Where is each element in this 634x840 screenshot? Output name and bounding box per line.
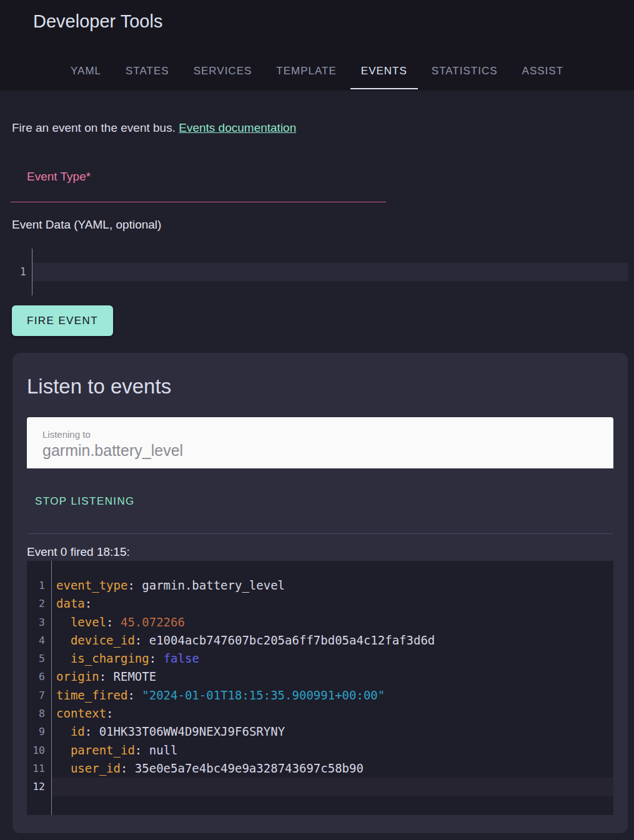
listening-to-input[interactable]: Listening to garmin.battery_level	[27, 417, 613, 468]
tab-label: ASSIST	[522, 65, 563, 77]
token-plain: : e1004acb747607bc205a6ff7bd05a4c12faf3d…	[135, 633, 435, 647]
tab-label: SERVICES	[194, 65, 252, 77]
event-data-label: Event Data (YAML, optional)	[12, 218, 634, 232]
tab-label: YAML	[71, 65, 101, 77]
event-data-yaml-editor[interactable]: 1	[12, 249, 628, 295]
code-line-number: 12	[27, 778, 51, 796]
page-title: Developer Tools	[0, 0, 634, 32]
code-line: 2 data:	[27, 595, 613, 613]
token-key: level	[71, 615, 106, 629]
token-plain: : 35e0e5a7e4bc49e9a328743697c58b90	[121, 761, 364, 775]
tab-label: TEMPLATE	[276, 65, 336, 77]
code-line-number: 2	[27, 595, 51, 613]
card-divider	[27, 533, 613, 534]
code-line: 11 user_id: 35e0e5a7e4bc49e9a328743697c5…	[27, 759, 613, 778]
token-key: user_id	[71, 761, 121, 775]
token-plain: : 01HK33T06WW4D9NEXJ9F6SRYNY	[85, 724, 285, 738]
token-key: is_charging	[71, 651, 149, 665]
token-plain: : garmin.battery_level	[127, 578, 285, 592]
token-key: data	[56, 596, 85, 610]
tab-assist[interactable]: ASSIST	[512, 54, 574, 89]
token-key: id	[71, 724, 85, 738]
code-line-content: parent_id: null	[51, 741, 613, 759]
tab-label: STATISTICS	[432, 65, 498, 77]
token-key: origin	[56, 670, 99, 683]
event-type-label: Event Type*	[27, 170, 91, 184]
code-line-content: device_id: e1004acb747607bc205a6ff7bd05a…	[51, 631, 613, 650]
token-key: context	[56, 706, 106, 720]
tab-statistics[interactable]: STATISTICS	[421, 54, 508, 89]
tab-template[interactable]: TEMPLATE	[265, 54, 347, 89]
code-line-number: 8	[27, 704, 51, 723]
events-documentation-link[interactable]: Events documentation	[179, 121, 296, 134]
tab-bar: YAMLSTATESSERVICESTEMPLATEEVENTSSTATISTI…	[0, 54, 634, 89]
token-plain: : REMOTE	[99, 670, 157, 683]
token-plain	[56, 761, 71, 775]
token-plain	[56, 724, 71, 738]
token-plain	[56, 615, 71, 629]
code-line-number: 6	[27, 668, 51, 686]
token-string: "2024-01-01T18:15:35.900991+00:00"	[142, 688, 385, 702]
token-plain: :	[85, 596, 92, 610]
event-type-input[interactable]: Event Type*	[11, 156, 386, 202]
code-line: 12	[27, 778, 613, 796]
code-line-number: 4	[27, 631, 51, 650]
code-line-content: time_fired: "2024-01-01T18:15:35.900991+…	[51, 686, 613, 704]
code-line-content: id: 01HK33T06WW4D9NEXJ9F6SRYNY	[51, 723, 613, 741]
code-line-content	[51, 778, 613, 796]
tab-events[interactable]: EVENTS	[350, 54, 418, 89]
token-plain: :	[106, 706, 113, 720]
fire-event-button[interactable]: FIRE EVENT	[12, 305, 113, 336]
tab-label: EVENTS	[361, 65, 407, 77]
code-line: 3 level: 45.072266	[27, 613, 613, 631]
token-plain: :	[127, 688, 142, 702]
token-plain: :	[106, 615, 121, 629]
event-yaml-output[interactable]: 1 event_type: garmin.battery_level 2 dat…	[27, 561, 613, 815]
tab-states[interactable]: STATES	[115, 54, 180, 89]
code-line-number: 9	[27, 723, 51, 741]
code-line-content: context:	[51, 704, 613, 723]
token-null: null	[149, 743, 178, 757]
intro-text: Fire an event on the event bus. Events d…	[0, 91, 634, 135]
tab-yaml[interactable]: YAML	[60, 54, 112, 89]
code-line-content: user_id: 35e0e5a7e4bc49e9a328743697c58b9…	[51, 759, 613, 778]
token-bool: false	[164, 651, 199, 665]
event-fired-header: Event 0 fired 18:15:	[27, 545, 613, 559]
code-line: 7 time_fired: "2024-01-01T18:15:35.90099…	[27, 686, 613, 704]
editor-line-number: 1	[12, 263, 32, 281]
code-line: 10 parent_id: null	[27, 741, 613, 759]
code-line: 5 is_charging: false	[27, 650, 613, 668]
token-plain: :	[135, 743, 149, 757]
token-plain	[56, 743, 71, 757]
token-key: parent_id	[71, 743, 135, 757]
token-plain	[56, 651, 71, 665]
code-line: 9 id: 01HK33T06WW4D9NEXJ9F6SRYNY	[27, 723, 613, 741]
code-line-number: 7	[27, 686, 51, 704]
code-line-content: event_type: garmin.battery_level	[51, 576, 613, 595]
tab-services[interactable]: SERVICES	[183, 54, 263, 89]
token-number: 45.072266	[121, 615, 185, 629]
code-line-number: 11	[27, 759, 51, 778]
tab-label: STATES	[126, 65, 169, 77]
events-panel: Fire an event on the event bus. Events d…	[0, 91, 634, 833]
code-line-number: 3	[27, 613, 51, 631]
code-line-number: 10	[27, 741, 51, 759]
code-line-content: data:	[51, 595, 613, 613]
token-key: event_type	[56, 578, 127, 592]
listen-to-events-card: Listen to events Listening to garmin.bat…	[12, 353, 628, 833]
token-key: time_fired	[56, 688, 127, 702]
token-plain	[56, 633, 71, 647]
stop-listening-button[interactable]: STOP LISTENING	[35, 495, 135, 508]
code-line-number: 5	[27, 650, 51, 668]
token-plain: :	[149, 651, 164, 665]
code-line-content: is_charging: false	[51, 650, 613, 668]
code-line-content: origin: REMOTE	[51, 668, 613, 686]
listening-to-input-label: Listening to	[27, 417, 613, 440]
listen-card-title: Listen to events	[27, 376, 613, 397]
code-line: 6 origin: REMOTE	[27, 668, 613, 686]
app-header: Developer Tools YAMLSTATESSERVICESTEMPLA…	[0, 0, 634, 91]
token-key: device_id	[71, 633, 135, 647]
intro-text-body: Fire an event on the event bus.	[12, 121, 179, 134]
code-line-content: level: 45.072266	[51, 613, 613, 631]
code-line: 8 context:	[27, 704, 613, 723]
